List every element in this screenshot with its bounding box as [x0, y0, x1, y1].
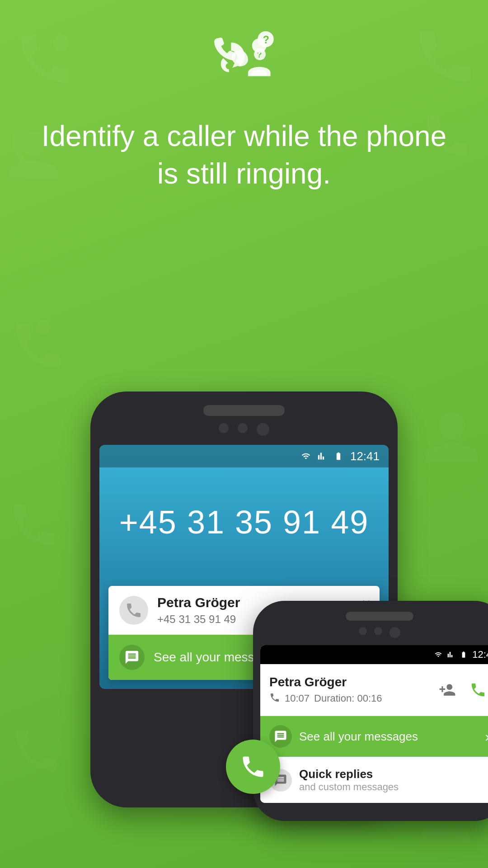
- phone2-camera-1: [359, 627, 367, 635]
- call-back-button[interactable]: [466, 678, 488, 702]
- hero-icon-container: ?: [208, 27, 280, 99]
- message-icon: [124, 650, 140, 665]
- camera-dot-3: [257, 423, 269, 436]
- add-contact-button[interactable]: [436, 678, 459, 702]
- contact-info: Petra Gröger 10:07 Duration: 00:16: [269, 675, 436, 705]
- phone1-cameras: [99, 423, 389, 436]
- contact-call-info: 10:07 Duration: 00:16: [269, 692, 436, 705]
- signal-icon: [316, 452, 328, 461]
- quick-replies-title: Quick replies: [299, 767, 399, 781]
- camera-dot-2: [238, 423, 248, 433]
- phone2-screen: 12:4 Petra Gröger 10:07 Duration: 00:16: [260, 645, 488, 803]
- contact-avatar-icon: [125, 601, 143, 619]
- phones-area: 12:41 +45 31 35 91 49 Petra Gröger: [0, 382, 488, 807]
- phone2-mockup: 12:4 Petra Gröger 10:07 Duration: 00:16: [253, 601, 488, 821]
- phone2-cameras: [260, 627, 488, 638]
- phone2-wrapper: 12:4 Petra Gröger 10:07 Duration: 00:16: [253, 601, 488, 821]
- contact-call-time: 10:07: [285, 693, 310, 704]
- phone1-status-bar: 12:41: [99, 445, 389, 467]
- messages-action-row[interactable]: See all your messages ›: [260, 716, 488, 757]
- svg-text:?: ?: [263, 34, 269, 46]
- phone2-signal-icon: [446, 651, 456, 658]
- messages-action-icon: [269, 725, 292, 748]
- phone2-time: 12:4: [472, 649, 488, 660]
- status-icons: [300, 452, 345, 461]
- contact-name: Petra Gröger: [269, 675, 436, 689]
- float-call-button[interactable]: [226, 740, 280, 794]
- hero-section: ? ? Identify a caller while the phone is…: [0, 0, 488, 220]
- phone1-time: 12:41: [350, 449, 380, 463]
- notif-avatar: [119, 596, 148, 625]
- contact-call-duration: Duration: 00:16: [314, 693, 382, 704]
- phone2-camera-3: [389, 627, 400, 638]
- phone1-speaker: [203, 405, 285, 416]
- messages-chat-icon: [274, 730, 287, 743]
- phone2-speaker: [346, 612, 413, 621]
- wifi-icon: [300, 452, 312, 461]
- phone2-wifi-icon: [433, 651, 443, 658]
- svg-point-2: [36, 319, 51, 334]
- float-call-icon: [239, 753, 267, 780]
- quick-replies-info: Quick replies and custom messages: [299, 767, 399, 793]
- contact-header: Petra Gröger 10:07 Duration: 00:16: [260, 664, 488, 716]
- battery-icon: [332, 452, 345, 461]
- contact-actions: [436, 678, 488, 702]
- hero-headline: Identify a caller while the phone is sti…: [0, 118, 488, 193]
- quick-replies-subtitle: and custom messages: [299, 781, 399, 793]
- caller-number: +45 31 35 91 49: [99, 467, 389, 586]
- phone2-status-icons: [433, 651, 469, 658]
- phone2-camera-2: [374, 627, 382, 635]
- messages-action-text: See all your messages: [299, 730, 485, 744]
- quick-replies-section[interactable]: Quick replies and custom messages: [260, 757, 488, 803]
- phone2-status-bar: 12:4: [260, 645, 488, 664]
- background: ?: [0, 0, 488, 868]
- phone2-battery-icon: [459, 651, 469, 658]
- call-history-icon: [269, 692, 280, 705]
- messages-action-arrow-icon: ›: [485, 728, 488, 745]
- notif-action-icon: [119, 645, 145, 670]
- camera-dot-1: [219, 423, 229, 433]
